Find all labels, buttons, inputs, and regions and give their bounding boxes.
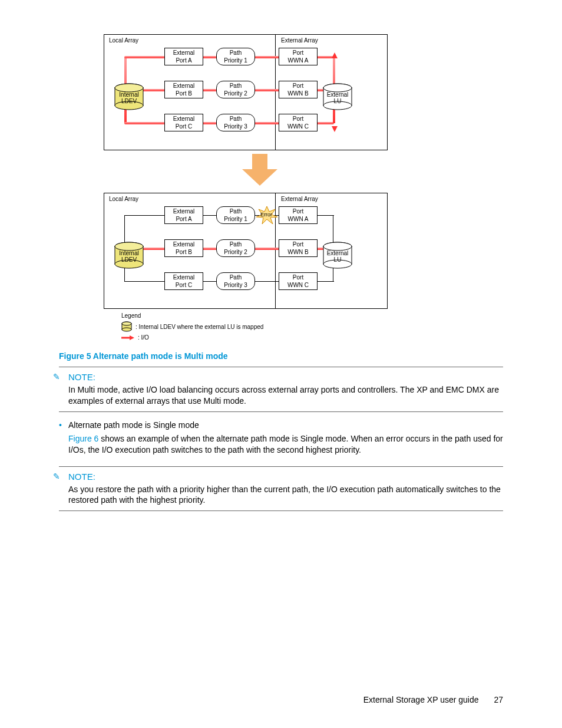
svg-point-5 [115, 84, 143, 92]
legend-io-arrow-icon [121, 335, 134, 341]
divider [59, 510, 503, 511]
footer-title: External Storage XP user guide [363, 695, 479, 704]
note-text-2: As you restore the path with a priority … [68, 484, 503, 506]
note-icon: ✎ [53, 472, 60, 481]
internal-ldev-icon: InternalLDEV [114, 83, 144, 110]
note-text-1: In Multi mode, active I/O load balancing… [68, 384, 503, 407]
svg-rect-10 [252, 154, 267, 169]
port-wwn-a: PortWWN A [279, 48, 318, 65]
svg-point-17 [115, 242, 143, 251]
page-footer: External Storage XP user guide 27 [363, 695, 503, 704]
ext-port-c: ExternalPort C [164, 114, 203, 131]
internal-ldev-icon-2: InternalLDEV [114, 242, 144, 269]
note-heading-1: ✎ NOTE: [68, 372, 503, 382]
svg-marker-27 [130, 335, 134, 340]
svg-marker-1 [332, 126, 338, 132]
path-prio-3: PathPriority 3 [216, 114, 255, 131]
external-array-label-2: External Array [281, 196, 318, 202]
legend-item-2: : I/O [138, 334, 149, 341]
external-lu-icon-2: ExternalLU [322, 242, 353, 269]
error-starburst-icon: Error [256, 206, 277, 226]
divider [59, 367, 503, 367]
svg-point-25 [122, 322, 131, 325]
port-wwn-b: PortWWN B [279, 81, 318, 98]
divider [59, 466, 503, 467]
path-prio-2: PathPriority 2 [216, 81, 255, 98]
ext-port-a: ExternalPort A [164, 48, 203, 65]
down-arrow-icon [239, 154, 280, 189]
legend-ldev-icon [121, 321, 132, 332]
legend-title: Legend [121, 312, 398, 319]
external-lu-icon: ExternalLU [322, 83, 353, 110]
external-array-label: External Array [281, 37, 318, 44]
svg-point-21 [323, 242, 352, 251]
bullet-icon: • [59, 420, 62, 430]
local-array-label-2: Local Array [109, 196, 138, 202]
legend-item-1: : Internal LDEV where the external LU is… [135, 324, 263, 330]
port-wwn-c: PortWWN C [279, 114, 318, 131]
bullet-text: Alternate path mode is Single mode [68, 420, 199, 430]
local-array-label: Local Array [109, 37, 138, 44]
divider [59, 411, 503, 412]
bullet-item: • Alternate path mode is Single mode [59, 420, 503, 430]
svg-point-24 [122, 328, 131, 331]
bullet-paragraph: Figure 6 shows an example of when the al… [68, 433, 503, 456]
svg-point-9 [323, 84, 352, 92]
diagram-bottom-box: Local Array External Array Error Interna… [104, 193, 388, 309]
path-prio-1: PathPriority 1 [216, 48, 255, 65]
page-number: 27 [494, 695, 503, 704]
figure-caption: Figure 5 Alternate path mode is Multi mo… [59, 351, 503, 361]
note-icon: ✎ [53, 372, 60, 381]
svg-marker-11 [242, 169, 277, 186]
ext-port-b: ExternalPort B [164, 81, 203, 98]
legend: Legend : Internal LDEV where the externa… [121, 312, 398, 341]
svg-marker-0 [332, 52, 338, 58]
diagram-top-box: Local Array External Array InternalLDEV [104, 34, 388, 150]
note-heading-2: ✎ NOTE: [68, 472, 503, 482]
figure-diagram: Local Array External Array InternalLDEV [104, 34, 398, 341]
figure-6-link[interactable]: Figure 6 [68, 434, 98, 443]
